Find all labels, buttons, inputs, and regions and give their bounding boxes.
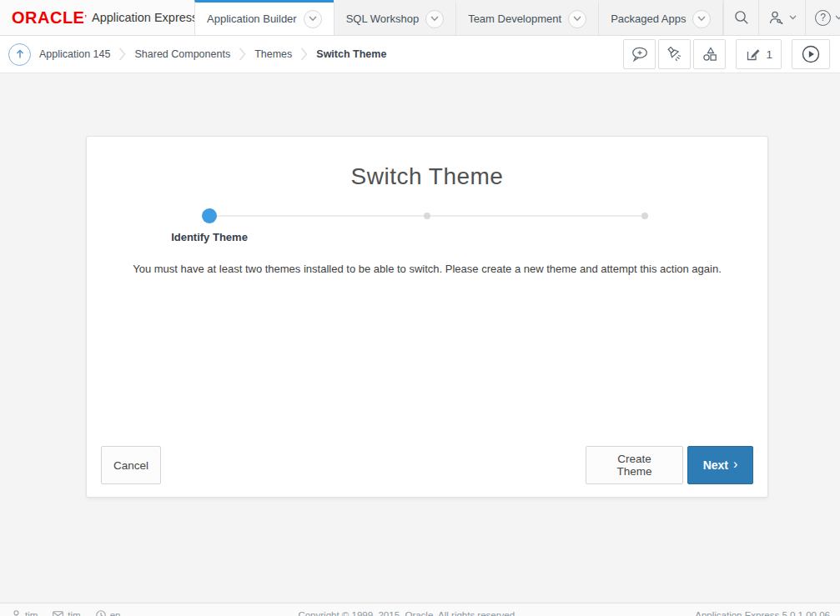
tab-application-builder[interactable]: Application Builder [194, 0, 334, 35]
chevron-down-icon[interactable] [425, 10, 444, 28]
footer-user: tim [12, 610, 38, 616]
flashlight-icon [666, 45, 684, 63]
chevron-down-icon [835, 15, 840, 20]
chevron-right-icon [118, 47, 126, 62]
tab-team-development[interactable]: Team Development [455, 0, 598, 35]
oracle-logo-mark: ’ [84, 13, 87, 22]
administration-menu-button[interactable] [758, 0, 805, 35]
breadcrumb-application[interactable]: Application 145 [39, 48, 110, 60]
footer-session-info: tim tim en [12, 610, 120, 616]
help-icon: ? [815, 10, 831, 26]
chevron-down-icon [789, 15, 797, 20]
chevron-right-icon [300, 47, 308, 62]
envelope-icon [53, 611, 63, 616]
chevron-right-icon [239, 47, 246, 62]
cancel-button[interactable]: Cancel [101, 446, 161, 484]
breadcrumb-current-switch-theme: Switch Theme [316, 48, 386, 60]
tab-label: Team Development [468, 13, 561, 25]
clock-icon [96, 610, 106, 616]
edit-page-number: 1 [766, 48, 772, 61]
help-menu-button[interactable]: ? [805, 0, 840, 35]
breadcrumb-bar: Application 145 Shared Components Themes… [0, 36, 840, 73]
shapes-icon [702, 46, 718, 63]
tab-label: SQL Workshop [346, 13, 419, 25]
chevron-down-icon[interactable] [692, 10, 711, 28]
wizard-step-dot-pending [424, 213, 430, 219]
wizard-step-dot-pending [641, 213, 648, 219]
tab-label: Application Builder [207, 13, 297, 25]
speech-bubble-plus-icon [631, 46, 649, 63]
play-circle-icon [801, 44, 821, 64]
main-tabs: Application Builder SQL Workshop Team De… [194, 0, 723, 35]
footer-language: en [96, 610, 121, 616]
top-nav-bar: ORACLE’ Application Express Application … [0, 0, 840, 36]
footer-bar: tim tim en Copyright © 1999, 2015, Oracl… [0, 603, 840, 616]
oracle-logo: ORACLE [12, 9, 84, 26]
arrow-up-icon [15, 49, 25, 59]
footer-email: tim [53, 610, 80, 616]
next-button-label: Next [703, 458, 728, 472]
page-toolbar: 1 [621, 39, 830, 69]
brand: ORACLE’ Application Express [0, 0, 194, 35]
run-application-button[interactable] [792, 39, 830, 69]
breadcrumb-shared-components[interactable]: Shared Components [134, 48, 230, 60]
breadcrumb-themes[interactable]: Themes [254, 48, 292, 60]
footer-version: Application Express 5.0.1.00.06 [695, 610, 830, 616]
shared-components-button[interactable] [693, 39, 726, 69]
chevron-right-icon: › [733, 458, 737, 471]
header-utility-icons: ? [723, 0, 840, 35]
spotlight-search-button[interactable] [658, 39, 691, 69]
switch-theme-wizard-card: Switch Theme Identify Theme You must hav… [86, 136, 768, 498]
wizard-message: You must have at least two themes instal… [103, 263, 751, 275]
feedback-button[interactable] [623, 39, 656, 69]
user-wrench-icon [768, 10, 785, 25]
product-name: Application Express [92, 11, 198, 24]
person-icon [12, 610, 21, 616]
chevron-down-icon[interactable] [568, 10, 586, 28]
page-title: Switch Theme [87, 163, 767, 190]
wizard-step-label: Identify Theme [134, 231, 284, 243]
breadcrumb: Application 145 Shared Components Themes… [39, 47, 386, 62]
edit-page-button[interactable]: 1 [736, 39, 782, 69]
search-button[interactable] [723, 0, 758, 35]
wizard-step-dot-active [202, 208, 217, 223]
chevron-down-icon[interactable] [304, 10, 322, 28]
tab-sql-workshop[interactable]: SQL Workshop [334, 0, 455, 35]
footer-copyright: Copyright © 1999, 2015, Oracle. All righ… [120, 610, 695, 616]
search-icon [733, 9, 750, 26]
up-level-button[interactable] [8, 43, 31, 66]
edit-pencil-icon [745, 47, 761, 63]
tab-packaged-apps[interactable]: Packaged Apps [598, 0, 723, 35]
create-theme-button[interactable]: Create Theme [586, 446, 683, 484]
next-button[interactable]: Next › [687, 446, 753, 484]
tab-label: Packaged Apps [611, 13, 686, 25]
